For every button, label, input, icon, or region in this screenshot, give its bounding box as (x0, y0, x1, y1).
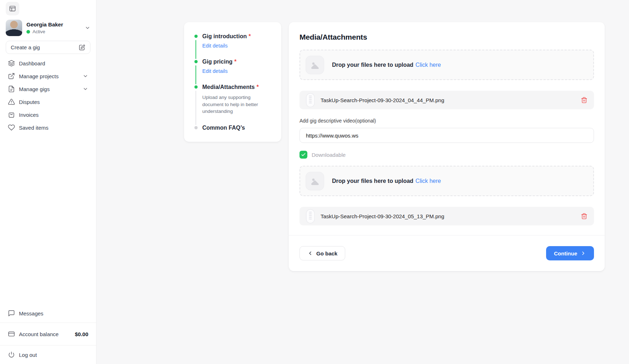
uploaded-file-row: TaskUp-Search-Project-09-30-2024_05_13_P… (299, 207, 594, 225)
downloadable-checkbox[interactable] (299, 151, 307, 159)
create-gig-label: Create a gig (11, 44, 40, 50)
click-here-link[interactable]: Click here (416, 178, 441, 184)
downloadable-row: Downloadable (299, 151, 594, 159)
zip-file-icon (306, 209, 315, 224)
uploaded-file-row: TaskUp-Search-Project-09-30-2024_04_44_P… (299, 91, 594, 109)
power-icon (8, 351, 15, 358)
required-asterisk: * (257, 84, 259, 90)
sidebar: Georgia Baker Active Create a gig Dashbo… (0, 0, 96, 364)
credit-card-icon (8, 330, 15, 338)
create-gig-button[interactable]: Create a gig (6, 41, 90, 54)
step-connector (195, 91, 196, 125)
image-icon (309, 60, 320, 70)
step-connector (195, 65, 196, 84)
sidebar-item-label: Manage gigs (19, 86, 50, 92)
sidebar-item-manage-gigs[interactable]: Manage gigs (6, 83, 90, 95)
step-title: Gig pricing (202, 59, 232, 65)
trash-icon (581, 97, 588, 104)
messages-label: Messages (19, 310, 43, 316)
go-back-button[interactable]: Go back (299, 246, 345, 260)
downloadable-label: Downloadable (312, 152, 346, 158)
file-icon (8, 85, 15, 93)
avatar (6, 20, 22, 36)
sidebar-item-label: Manage projects (19, 73, 59, 79)
step-title: Common FAQ’s (202, 125, 245, 131)
chevron-down-icon (83, 73, 88, 79)
sidebar-item-label: Dashboard (19, 60, 45, 66)
step-upcoming-dot (194, 126, 198, 129)
step-title: Media/Attachments (202, 84, 255, 90)
sidebar-item-label: Invoices (19, 112, 39, 118)
account-balance-value: $0.00 (75, 331, 88, 337)
step-active-dot (194, 85, 198, 89)
required-asterisk: * (234, 59, 236, 65)
shopping-bag-icon (8, 111, 15, 118)
step-common-faqs: Common FAQ’s (194, 124, 273, 131)
chevron-left-icon (307, 250, 313, 256)
chevron-down-icon (83, 86, 88, 92)
step-gig-pricing: Gig pricing* Edit details (194, 58, 273, 84)
sidebar-item-invoices[interactable]: Invoices (6, 108, 90, 121)
account-balance-label: Account balance (19, 331, 59, 337)
chevron-right-icon (580, 250, 586, 256)
sidebar-nav: Dashboard Manage projects Manage gigs Di… (6, 57, 90, 134)
page-title: Media/Attachments (299, 33, 594, 41)
trash-icon (581, 213, 588, 220)
sidebar-item-dashboard[interactable]: Dashboard (6, 57, 90, 70)
go-back-label: Go back (316, 250, 337, 256)
image-placeholder-tile (306, 56, 324, 74)
file-name: TaskUp-Search-Project-09-30-2024_04_44_P… (321, 97, 444, 103)
sidebar-item-messages[interactable]: Messages (6, 304, 90, 323)
edit-icon (78, 44, 85, 51)
zip-file-icon (306, 93, 315, 108)
sidebar-bottom: Messages Account balance $0.00 Log out (6, 304, 90, 364)
gig-steps-card: Gig introduction* Edit details Gig prici… (184, 22, 281, 142)
sidebar-toggle-button[interactable] (6, 2, 19, 15)
user-status-label: Active (33, 29, 45, 34)
logout-label: Log out (19, 352, 37, 358)
sidebar-item-label: Disputes (19, 99, 40, 105)
step-description: Upload any supporting document to help i… (202, 94, 268, 115)
dropzone-text: Drop your files here to upload (332, 62, 413, 68)
delete-file-button[interactable] (581, 97, 588, 104)
image-placeholder-tile (306, 172, 324, 190)
file-dropzone-top[interactable]: Drop your files here to uploadClick here (299, 50, 594, 80)
video-url-input[interactable] (299, 128, 594, 143)
layers-icon (8, 60, 15, 67)
dropzone-text: Drop your files here to upload (332, 178, 413, 184)
click-here-link[interactable]: Click here (416, 62, 441, 68)
sidebar-item-saved-items[interactable]: Saved items (6, 121, 90, 134)
step-media-attachments: Media/Attachments* Upload any supporting… (194, 84, 273, 124)
chevron-down-icon (85, 25, 90, 31)
user-profile[interactable]: Georgia Baker Active (6, 20, 90, 36)
delete-file-button[interactable] (581, 213, 588, 220)
file-name: TaskUp-Search-Project-09-30-2024_05_13_P… (321, 213, 444, 219)
message-icon (8, 310, 15, 317)
sidebar-item-manage-projects[interactable]: Manage projects (6, 70, 90, 83)
user-name: Georgia Baker (26, 21, 80, 28)
logout-button[interactable]: Log out (6, 345, 90, 364)
media-attachments-panel: Media/Attachments Drop your files here t… (289, 22, 605, 271)
continue-button[interactable]: Continue (546, 246, 594, 260)
sidebar-item-disputes[interactable]: Disputes (6, 95, 90, 108)
sidebar-item-label: Saved items (19, 125, 49, 131)
heart-icon (8, 124, 15, 131)
step-gig-introduction: Gig introduction* Edit details (194, 33, 273, 58)
video-url-label: Add gig descriptive video(optional) (299, 118, 594, 124)
step-complete-dot (194, 60, 198, 63)
step-title: Gig introduction (202, 33, 247, 39)
alert-triangle-icon (8, 98, 15, 105)
image-icon (309, 176, 320, 186)
check-icon (301, 152, 306, 157)
file-dropzone-bottom[interactable]: Drop your files here to uploadClick here (299, 166, 594, 196)
edit-details-link[interactable]: Edit details (202, 68, 228, 74)
panel-layout-icon (9, 5, 16, 12)
external-link-icon (8, 73, 15, 80)
panel-footer: Go back Continue (289, 235, 605, 271)
account-balance-row: Account balance $0.00 (6, 323, 90, 345)
edit-details-link[interactable]: Edit details (202, 43, 228, 49)
continue-label: Continue (554, 250, 577, 256)
required-asterisk: * (248, 33, 251, 39)
step-complete-dot (194, 35, 198, 38)
step-connector (195, 40, 196, 59)
